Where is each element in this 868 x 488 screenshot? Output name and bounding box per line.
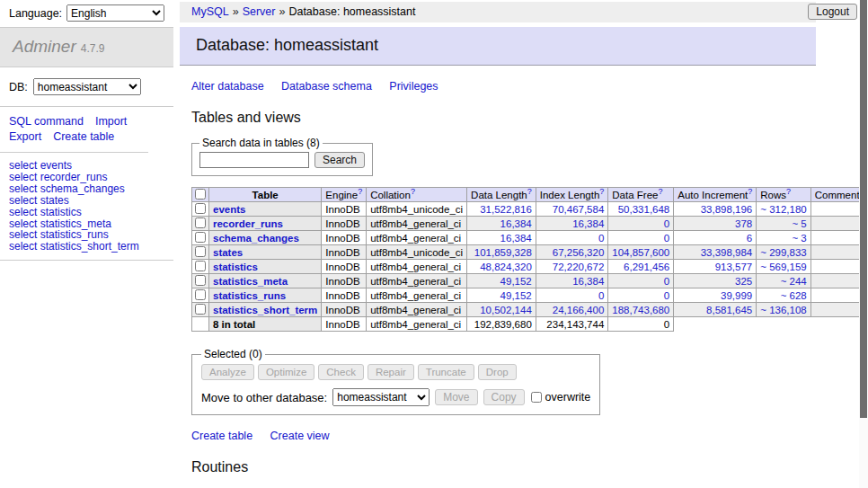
move-button[interactable]: Move (435, 389, 477, 405)
row-checkbox[interactable] (195, 203, 206, 214)
auto-increment-link[interactable]: 913,577 (715, 262, 753, 272)
help-link-rows[interactable]: ? (786, 188, 791, 196)
data-free-link[interactable]: 0 (664, 276, 669, 287)
row-checkbox[interactable] (195, 232, 206, 243)
logout-button[interactable]: Logout (808, 4, 857, 20)
index-length-link[interactable]: 0 (598, 290, 604, 301)
row-checkbox[interactable] (195, 217, 206, 228)
rows-estimate-link[interactable]: ~ 244 (781, 276, 807, 287)
select-all-checkbox[interactable] (195, 189, 206, 200)
data-free-link[interactable]: 0 (664, 290, 669, 301)
index-length-link[interactable]: 24,166,400 (553, 305, 605, 315)
data-length-link[interactable]: 16,384 (500, 233, 532, 244)
data-free-link[interactable]: 6,291,456 (624, 262, 669, 272)
table-link-events[interactable]: events (213, 204, 245, 215)
help-link-data-free[interactable]: ? (658, 188, 662, 196)
help-link-engine[interactable]: ? (358, 188, 362, 196)
sidebar-link-create-table[interactable]: Create table (53, 130, 114, 143)
auto-increment-link[interactable]: 39,999 (721, 290, 752, 301)
row-checkbox[interactable] (195, 246, 206, 257)
help-link-auto-increment[interactable]: ? (748, 188, 752, 196)
table-link-statistics-meta[interactable]: statistics_meta (213, 276, 288, 287)
data-free-link[interactable]: 104,857,600 (612, 247, 669, 258)
sidebar-select-events-link[interactable]: select events (9, 160, 164, 172)
index-length-link[interactable]: 72,220,672 (553, 262, 605, 272)
table-link-statistics-short-term[interactable]: statistics_short_term (213, 305, 317, 315)
privileges-link[interactable]: Privileges (389, 80, 438, 93)
rows-estimate-link[interactable]: ~ 136,108 (760, 305, 806, 315)
drop-button[interactable]: Drop (478, 364, 517, 380)
rows-estimate-link[interactable]: ~ 3 (792, 233, 806, 244)
data-length-link[interactable]: 10,502,144 (480, 305, 532, 315)
repair-button[interactable]: Repair (368, 364, 414, 380)
data-free-link[interactable]: 50,331,648 (618, 204, 670, 215)
database-action-links: Alter database Database schema Privilege… (191, 80, 816, 93)
create-view-link[interactable]: Create view (270, 430, 330, 442)
check-button[interactable]: Check (318, 364, 364, 380)
database-schema-link[interactable]: Database schema (281, 80, 372, 93)
auto-increment-link[interactable]: 378 (735, 218, 752, 229)
data-free-link[interactable]: 188,743,680 (612, 305, 669, 315)
table-link-schema-changes[interactable]: schema_changes (213, 233, 299, 244)
data-length-link[interactable]: 48,824,320 (480, 262, 532, 272)
sidebar-select-statistics-short-term-link[interactable]: select statistics_short_term (9, 241, 164, 253)
sidebar-select-schema-changes-link[interactable]: select schema_changes (9, 183, 164, 195)
optimize-button[interactable]: Optimize (258, 364, 314, 380)
sidebar-link-sql-command[interactable]: SQL command (9, 115, 84, 128)
table-link-states[interactable]: states (213, 247, 243, 258)
data-length-link[interactable]: 16,384 (500, 218, 532, 229)
data-length-link[interactable]: 31,522,816 (480, 204, 532, 215)
language-select[interactable]: English (66, 4, 164, 22)
sidebar-link-export[interactable]: Export (9, 130, 41, 143)
data-length-link[interactable]: 101,859,328 (474, 247, 532, 258)
rows-estimate-link[interactable]: ~ 569,159 (760, 262, 806, 272)
move-db-select[interactable]: homeassistant (332, 388, 430, 406)
rows-estimate-link[interactable]: ~ 299,833 (760, 247, 806, 258)
copy-button[interactable]: Copy (483, 389, 525, 405)
table-link-statistics[interactable]: statistics (213, 262, 258, 272)
sidebar-select-states-link[interactable]: select states (9, 195, 164, 207)
table-link-recorder-runs[interactable]: recorder_runs (213, 218, 283, 229)
scrollbar-thumb[interactable] (860, 0, 867, 418)
help-link-collation[interactable]: ? (411, 188, 415, 196)
index-length-link[interactable]: 70,467,584 (553, 204, 605, 215)
rows-estimate-link[interactable]: ~ 5 (792, 218, 806, 229)
sidebar-link-import[interactable]: Import (95, 115, 127, 128)
sidebar-select-recorder-runs-link[interactable]: select recorder_runs (9, 172, 164, 183)
rows-estimate-link[interactable]: ~ 312,180 (760, 204, 806, 215)
index-length-link[interactable]: 0 (598, 233, 604, 244)
truncate-button[interactable]: Truncate (418, 364, 474, 380)
index-length-link[interactable]: 67,256,320 (553, 247, 605, 258)
db-select[interactable]: homeassistant (33, 78, 141, 95)
index-length-link[interactable]: 16,384 (572, 218, 604, 229)
auto-increment-link[interactable]: 33,398,984 (701, 247, 753, 258)
row-checkbox[interactable] (195, 304, 206, 315)
help-link-index-length[interactable]: ? (599, 188, 604, 196)
rows-estimate-link[interactable]: ~ 628 (781, 290, 807, 301)
data-free-link[interactable]: 0 (664, 233, 669, 244)
table-link-statistics-runs[interactable]: statistics_runs (213, 290, 286, 301)
breadcrumb-link-mysql[interactable]: MySQL (191, 5, 229, 18)
breadcrumb-link-server[interactable]: Server (243, 5, 276, 18)
data-length-link[interactable]: 49,152 (500, 276, 532, 287)
overwrite-checkbox[interactable] (531, 392, 542, 403)
analyze-button[interactable]: Analyze (201, 364, 254, 380)
index-length-link[interactable]: 16,384 (572, 276, 604, 287)
auto-increment-link[interactable]: 6 (747, 233, 752, 244)
search-button[interactable]: Search (314, 152, 365, 168)
vertical-scrollbar[interactable] (859, 0, 868, 488)
total-data-free-cell: 0 (608, 317, 674, 332)
auto-increment-link[interactable]: 325 (735, 276, 752, 287)
data-length-link[interactable]: 49,152 (500, 290, 532, 301)
row-checkbox[interactable] (195, 289, 206, 300)
create-table-link[interactable]: Create table (191, 430, 252, 442)
search-input[interactable] (199, 152, 309, 168)
auto-increment-link[interactable]: 33,898,196 (701, 204, 753, 215)
data-free-link[interactable]: 0 (664, 218, 669, 229)
alter-database-link[interactable]: Alter database (191, 80, 264, 93)
help-link-data-length[interactable]: ? (527, 188, 532, 196)
auto-increment-link[interactable]: 8,581,645 (706, 305, 752, 315)
sidebar-select-statistics-link[interactable]: select statistics (9, 207, 164, 218)
row-checkbox[interactable] (195, 275, 206, 286)
row-checkbox[interactable] (195, 261, 206, 271)
